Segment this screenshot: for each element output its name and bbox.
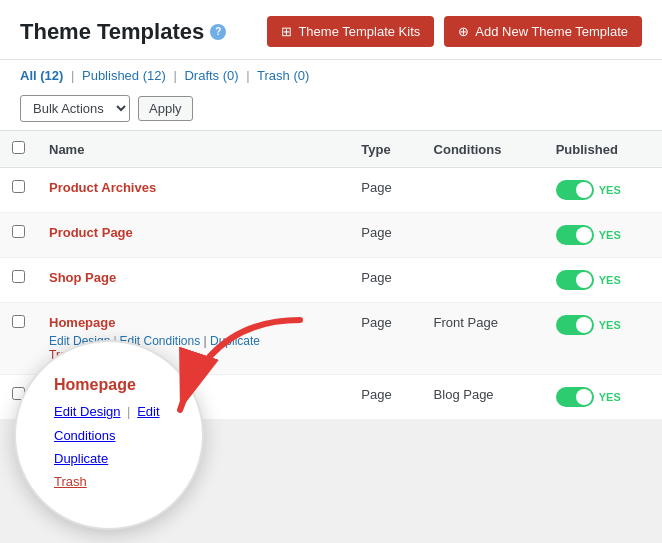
- row-type: Page: [349, 375, 421, 420]
- col-name: Name: [37, 131, 349, 168]
- title-area: Theme Templates ?: [20, 19, 226, 45]
- published-yes-label: YES: [599, 274, 621, 286]
- plus-icon: ⊕: [458, 24, 469, 39]
- add-new-theme-template-button[interactable]: ⊕ Add New Theme Template: [444, 16, 642, 47]
- bulk-actions-select[interactable]: Bulk Actions: [20, 95, 130, 122]
- row-checkbox[interactable]: [12, 180, 25, 193]
- table-row: Product PagePageYES: [0, 213, 662, 258]
- magnify-edit-design[interactable]: Edit Design: [54, 404, 120, 419]
- published-yes-label: YES: [599, 184, 621, 196]
- col-type: Type: [349, 131, 421, 168]
- row-checkbox[interactable]: [12, 315, 25, 328]
- row-conditions: [422, 168, 544, 213]
- magnify-overlay: Homepage Edit Design | Edit Conditions D…: [14, 340, 204, 530]
- select-all-checkbox[interactable]: [12, 141, 25, 154]
- row-type: Page: [349, 303, 421, 375]
- row-conditions: Blog Page: [422, 375, 544, 420]
- filter-drafts[interactable]: Drafts (0): [184, 68, 238, 83]
- row-name-link[interactable]: Homepage: [49, 315, 115, 330]
- col-published: Published: [544, 131, 662, 168]
- filter-trash[interactable]: Trash (0): [257, 68, 309, 83]
- row-conditions: Front Page: [422, 303, 544, 375]
- header-buttons: ⊞ Theme Template Kits ⊕ Add New Theme Te…: [267, 16, 642, 47]
- row-checkbox[interactable]: [12, 270, 25, 283]
- published-yes-label: YES: [599, 319, 621, 331]
- filter-published[interactable]: Published (12): [82, 68, 166, 83]
- page-header: Theme Templates ? ⊞ Theme Template Kits …: [0, 0, 662, 60]
- row-name-link[interactable]: Product Page: [49, 225, 133, 240]
- row-published: YES: [544, 303, 662, 375]
- toolbar: Bulk Actions Apply: [0, 89, 662, 131]
- row-type: Page: [349, 258, 421, 303]
- magnify-trash[interactable]: Trash: [54, 474, 87, 489]
- table-row: Product ArchivesPageYES: [0, 168, 662, 213]
- magnify-duplicate[interactable]: Duplicate: [54, 451, 108, 466]
- filter-nav: All (12) | Published (12) | Drafts (0) |…: [0, 60, 662, 89]
- apply-button[interactable]: Apply: [138, 96, 193, 121]
- published-toggle[interactable]: [556, 315, 594, 335]
- row-name-link[interactable]: Shop Page: [49, 270, 116, 285]
- published-yes-label: YES: [599, 229, 621, 241]
- table-header-row: Name Type Conditions Published: [0, 131, 662, 168]
- row-type: Page: [349, 213, 421, 258]
- table-row: Shop PagePageYES: [0, 258, 662, 303]
- col-conditions: Conditions: [422, 131, 544, 168]
- row-duplicate[interactable]: Duplicate: [210, 334, 260, 348]
- filter-all[interactable]: All (12): [20, 68, 63, 83]
- row-published: YES: [544, 258, 662, 303]
- magnify-name: Homepage: [54, 376, 136, 394]
- row-conditions: [422, 258, 544, 303]
- magnify-actions: Edit Design | Edit Conditions Duplicate …: [54, 400, 172, 494]
- row-published: YES: [544, 213, 662, 258]
- published-toggle[interactable]: [556, 270, 594, 290]
- theme-template-kits-button[interactable]: ⊞ Theme Template Kits: [267, 16, 434, 47]
- grid-icon: ⊞: [281, 24, 292, 39]
- row-published: YES: [544, 168, 662, 213]
- page-title: Theme Templates: [20, 19, 204, 45]
- published-toggle[interactable]: [556, 180, 594, 200]
- row-published: YES: [544, 375, 662, 420]
- published-yes-label: YES: [599, 391, 621, 403]
- row-type: Page: [349, 168, 421, 213]
- help-icon[interactable]: ?: [210, 24, 226, 40]
- row-checkbox[interactable]: [12, 225, 25, 238]
- row-name-link[interactable]: Product Archives: [49, 180, 156, 195]
- published-toggle[interactable]: [556, 387, 594, 407]
- row-conditions: [422, 213, 544, 258]
- published-toggle[interactable]: [556, 225, 594, 245]
